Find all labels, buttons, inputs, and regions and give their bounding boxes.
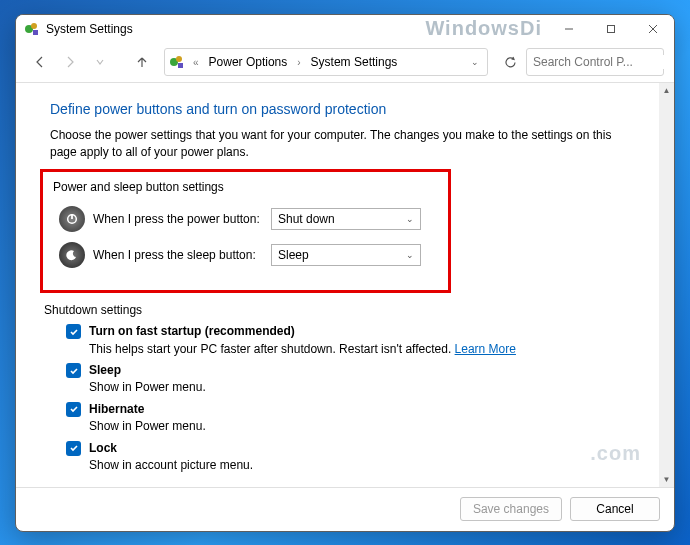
sleep-button-row: When I press the sleep button: Sleep ⌄ [59, 242, 438, 268]
chevron-down-icon: ⌄ [406, 250, 414, 260]
minimize-button[interactable] [548, 15, 590, 43]
recent-dropdown[interactable] [86, 48, 114, 76]
breadcrumb-item-0[interactable]: Power Options [207, 53, 290, 71]
up-button[interactable] [128, 48, 156, 76]
lock-sub: Show in account picture menu. [89, 458, 253, 472]
lock-checkbox[interactable] [66, 441, 81, 456]
fast-startup-title: Turn on fast startup (recommended) [89, 324, 295, 338]
back-button[interactable] [26, 48, 54, 76]
close-button[interactable] [632, 15, 674, 43]
hibernate-title: Hibernate [89, 402, 144, 416]
cancel-button[interactable]: Cancel [570, 497, 660, 521]
learn-more-link[interactable]: Learn More [455, 342, 516, 356]
svg-rect-4 [608, 25, 615, 32]
sleep-button-value: Sleep [278, 248, 309, 262]
power-button-row: When I press the power button: Shut down… [59, 206, 438, 232]
refresh-button[interactable] [496, 48, 524, 76]
svg-rect-9 [178, 63, 183, 68]
sleep-sub: Show in Power menu. [89, 380, 206, 394]
page-description: Choose the power settings that you want … [50, 127, 641, 162]
power-icon [59, 206, 85, 232]
breadcrumb-icon [169, 54, 185, 70]
watermark-top: WindowsDi [425, 17, 542, 40]
sleep-button-select[interactable]: Sleep ⌄ [271, 244, 421, 266]
power-button-value: Shut down [278, 212, 335, 226]
sleep-checkbox[interactable] [66, 363, 81, 378]
breadcrumb-prefix: « [189, 57, 203, 68]
power-button-select[interactable]: Shut down ⌄ [271, 208, 421, 230]
vertical-scrollbar[interactable]: ▲ ▼ [659, 83, 674, 487]
forward-button[interactable] [56, 48, 84, 76]
group-label: Power and sleep button settings [53, 180, 438, 194]
chevron-right-icon: › [293, 57, 304, 68]
svg-point-8 [176, 56, 182, 62]
window-title: System Settings [46, 22, 133, 36]
scroll-down-icon[interactable]: ▼ [659, 472, 674, 487]
search-box[interactable] [526, 48, 664, 76]
sleep-icon [59, 242, 85, 268]
maximize-button[interactable] [590, 15, 632, 43]
content-area: Define power buttons and turn on passwor… [16, 83, 659, 487]
window: System Settings WindowsDi « Power Option… [15, 14, 675, 532]
fast-startup-row: Turn on fast startup (recommended) This … [66, 323, 641, 358]
scroll-up-icon[interactable]: ▲ [659, 83, 674, 98]
hibernate-row: Hibernate Show in Power menu. [66, 401, 641, 436]
footer: Save changes Cancel [16, 487, 674, 531]
power-button-label: When I press the power button: [93, 212, 263, 226]
breadcrumb[interactable]: « Power Options › System Settings ⌄ [164, 48, 488, 76]
breadcrumb-dropdown[interactable]: ⌄ [467, 57, 483, 67]
search-input[interactable] [533, 55, 675, 69]
toolbar: « Power Options › System Settings ⌄ [16, 43, 674, 83]
hibernate-sub: Show in Power menu. [89, 419, 206, 433]
breadcrumb-item-1[interactable]: System Settings [309, 53, 400, 71]
svg-point-1 [31, 23, 37, 29]
fast-startup-sub: This helps start your PC faster after sh… [89, 342, 455, 356]
lock-title: Lock [89, 441, 117, 455]
save-changes-button[interactable]: Save changes [460, 497, 562, 521]
sleep-row: Sleep Show in Power menu. [66, 362, 641, 397]
sleep-button-label: When I press the sleep button: [93, 248, 263, 262]
hibernate-checkbox[interactable] [66, 402, 81, 417]
lock-row: Lock Show in account picture menu. [66, 440, 641, 475]
titlebar: System Settings WindowsDi [16, 15, 674, 43]
app-icon [24, 21, 40, 37]
sleep-title: Sleep [89, 363, 121, 377]
page-title: Define power buttons and turn on passwor… [50, 101, 641, 117]
chevron-down-icon: ⌄ [406, 214, 414, 224]
svg-rect-2 [33, 30, 38, 35]
shutdown-settings-label: Shutdown settings [44, 303, 641, 317]
power-button-settings-group: Power and sleep button settings When I p… [40, 169, 451, 293]
fast-startup-checkbox[interactable] [66, 324, 81, 339]
scroll-track[interactable] [659, 98, 674, 472]
